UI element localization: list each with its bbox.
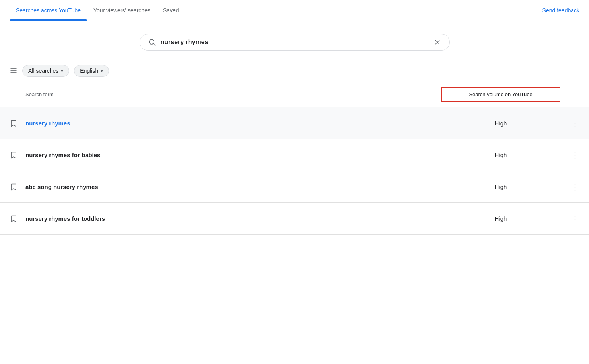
bookmark-icon-3[interactable] (10, 215, 25, 223)
clear-icon[interactable] (433, 38, 441, 46)
row-volume-2: High (441, 183, 560, 190)
filter-chip-english[interactable]: English ▾ (74, 65, 109, 77)
search-icon (148, 38, 156, 46)
more-options-button-1[interactable]: ⋮ (560, 150, 579, 160)
tab-searches-across-youtube[interactable]: Searches across YouTube (10, 0, 87, 21)
more-options-button-3[interactable]: ⋮ (560, 214, 579, 224)
row-term-3: nursery rhymes for toddlers (25, 215, 441, 222)
table-row: nursery rhymes for babies High ⋮ (0, 139, 589, 171)
row-term-2: abc song nursery rhymes (25, 183, 441, 190)
filter-english-label: English (80, 68, 98, 74)
row-term-0[interactable]: nursery rhymes (25, 120, 441, 127)
filter-all-searches-label: All searches (28, 68, 58, 74)
filter-chip-all-searches[interactable]: All searches ▾ (22, 65, 69, 77)
search-box (140, 34, 450, 51)
table-body: nursery rhymes High ⋮ nursery rhymes for… (0, 107, 589, 235)
search-input[interactable] (161, 39, 429, 46)
row-volume-0: High (441, 120, 560, 127)
filter-bar: All searches ▾ English ▾ (0, 60, 589, 82)
more-options-button-2[interactable]: ⋮ (560, 182, 579, 192)
table-row: nursery rhymes for toddlers High ⋮ (0, 203, 589, 235)
row-volume-3: High (441, 215, 560, 222)
chevron-down-icon-2: ▾ (101, 68, 103, 74)
table-row: nursery rhymes High ⋮ (0, 107, 589, 139)
bookmark-icon-2[interactable] (10, 183, 25, 191)
bookmark-icon-0[interactable] (10, 119, 25, 127)
row-term-1: nursery rhymes for babies (25, 152, 441, 158)
tab-saved[interactable]: Saved (157, 0, 185, 21)
svg-point-0 (149, 39, 154, 44)
svg-line-1 (153, 44, 155, 46)
table-header: Search term Search volume on YouTube (0, 82, 589, 107)
col-volume-header: Search volume on YouTube (441, 87, 560, 102)
table-row: abc song nursery rhymes High ⋮ (0, 171, 589, 203)
tab-your-viewers-searches[interactable]: Your viewers' searches (87, 0, 157, 21)
filter-lines-icon[interactable] (10, 67, 17, 75)
tabs-bar: Searches across YouTube Your viewers' se… (0, 0, 589, 21)
search-area (0, 21, 589, 60)
row-volume-1: High (441, 152, 560, 158)
send-feedback-button[interactable]: Send feedback (542, 0, 579, 21)
chevron-down-icon: ▾ (61, 68, 63, 74)
more-options-button-0[interactable]: ⋮ (560, 119, 579, 128)
bookmark-icon-1[interactable] (10, 151, 25, 159)
col-term-header: Search term (25, 91, 441, 97)
